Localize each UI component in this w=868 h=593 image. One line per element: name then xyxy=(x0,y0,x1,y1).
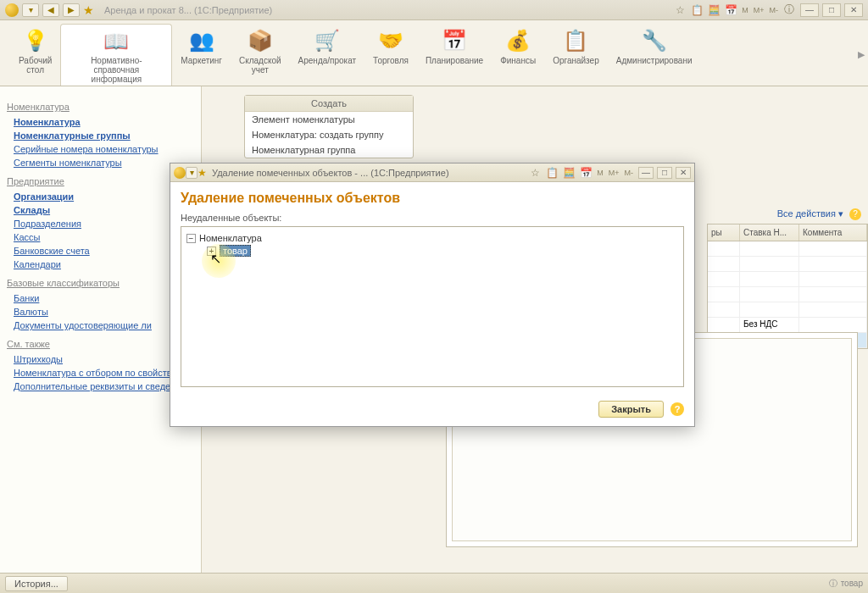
side-heading-classifiers: Базовые классификаторы xyxy=(7,278,194,288)
statusbar: История... ⓘ товар xyxy=(0,573,868,593)
dialog-memory-mplus[interactable]: M+ xyxy=(607,169,621,177)
dialog-calculator-icon[interactable]: 🧮 xyxy=(561,166,576,180)
dialog-dropdown-icon[interactable]: ▾ xyxy=(186,167,198,179)
dialog-help-icon[interactable]: ? xyxy=(670,402,684,416)
table-area: Все действия ▾ ? ры Ставка Н... Коммента… xyxy=(707,205,868,349)
sidebar-item-cashboxes[interactable]: Кассы xyxy=(7,230,194,244)
table-row[interactable] xyxy=(708,302,867,318)
tree-child-label: товар xyxy=(220,245,251,257)
all-actions-link[interactable]: Все действия xyxy=(777,208,836,219)
dialog-minimize-button[interactable]: — xyxy=(638,167,654,179)
sidebar-item-barcodes[interactable]: Штрихкоды xyxy=(7,352,194,366)
app-icon xyxy=(5,3,19,17)
dialog-heading: Удаление помеченных объектов xyxy=(181,191,684,206)
sidebar-item-serial-numbers[interactable]: Серийные номера номенклатуры xyxy=(7,142,194,156)
sidebar-item-warehouses[interactable]: Склады xyxy=(7,203,194,217)
sidebar-item-departments[interactable]: Подразделения xyxy=(7,217,194,230)
side-heading-nomenclature: Номенклатура xyxy=(7,102,194,112)
close-button[interactable]: ✕ xyxy=(844,3,863,17)
ribbon-warehouse[interactable]: 📦Складскойучет xyxy=(231,24,290,86)
favorite-icon[interactable]: ★ xyxy=(83,3,94,17)
people-icon: 👥 xyxy=(188,27,215,54)
history-button[interactable]: История... xyxy=(5,576,68,591)
clipboard-icon[interactable]: 📋 xyxy=(689,3,704,17)
table-toolbar: Все действия ▾ ? xyxy=(707,205,868,224)
dropdown-icon[interactable]: ▾ xyxy=(22,3,39,17)
ribbon-finance[interactable]: 💰Финансы xyxy=(492,24,544,86)
dialog-star-icon[interactable]: ★ xyxy=(198,167,207,179)
ribbon-planning[interactable]: 📅Планирование xyxy=(417,24,492,86)
side-heading-see-also: См. также xyxy=(7,339,194,349)
table-row[interactable] xyxy=(708,287,867,302)
dialog-calendar-icon[interactable]: 📅 xyxy=(578,166,593,180)
sidebar-item-documents[interactable]: Документы удостоверяющие ли xyxy=(7,319,194,332)
tree-root-node[interactable]: −Номенклатура xyxy=(186,232,678,244)
ribbon-admin[interactable]: 🔧Администрировани xyxy=(608,24,701,86)
tree-collapse-icon[interactable]: − xyxy=(186,234,196,243)
table-row[interactable] xyxy=(708,241,867,257)
sidebar-item-currencies[interactable]: Валюты xyxy=(7,305,194,319)
sidebar-item-nomenclature-filter[interactable]: Номенклатура с отбором по свойствам xyxy=(7,366,194,380)
sidebar-item-segments[interactable]: Сегменты номенклатуры xyxy=(7,156,194,169)
create-item-nomenclature-group[interactable]: Номенклатурная группа xyxy=(245,142,413,158)
nav-forward-button[interactable]: ▶ xyxy=(63,3,80,17)
dialog-body: Удаление помеченных объектов Неудаленные… xyxy=(170,182,694,394)
calendar-icon[interactable]: 📅 xyxy=(723,3,738,17)
nav-back-button[interactable]: ◀ xyxy=(42,3,59,17)
handshake-icon: 🤝 xyxy=(377,27,404,54)
ribbon-scroll-right[interactable]: ▶ xyxy=(854,24,868,86)
sidebar-item-additional-props[interactable]: Дополнительные реквизиты и сведения xyxy=(7,380,194,393)
sidebar-item-banks[interactable]: Банки xyxy=(7,291,194,305)
memory-mminus[interactable]: M- xyxy=(768,6,781,14)
sidebar-item-bank-accounts[interactable]: Банковские счета xyxy=(7,244,194,258)
ribbon-marketing[interactable]: 👥Маркетинг xyxy=(172,24,231,86)
sidebar-item-nomenclature[interactable]: Номенклатура xyxy=(7,115,194,129)
desktop-icon: 💡 xyxy=(22,27,49,54)
sidebar-item-calendars[interactable]: Календари xyxy=(7,258,194,271)
grid-col-0[interactable]: ры xyxy=(708,224,740,241)
table-row[interactable] xyxy=(708,272,867,287)
dialog-memory-mminus[interactable]: M- xyxy=(623,169,636,177)
sidebar-item-nomenclature-groups[interactable]: Номенклатурные группы xyxy=(7,129,194,142)
tree-expand-icon[interactable]: + xyxy=(207,247,216,256)
money-icon: 💰 xyxy=(504,27,531,54)
grid-col-2[interactable]: Коммента xyxy=(799,224,867,241)
dialog-maximize-button[interactable]: □ xyxy=(657,167,672,179)
star-tool-icon[interactable]: ☆ xyxy=(672,3,687,17)
ribbon-reference-info[interactable]: 📖Нормативно-справочнаяинформация xyxy=(60,24,172,86)
grid-col-1[interactable]: Ставка Н... xyxy=(740,224,799,241)
maximize-button[interactable]: □ xyxy=(822,3,841,17)
app-title: Аренда и прокат 8... (1С:Предприятие) xyxy=(104,5,272,15)
help-icon[interactable]: ? xyxy=(849,208,861,220)
side-heading-enterprise: Предприятие xyxy=(7,176,194,186)
create-panel-heading: Создать xyxy=(245,96,413,112)
ribbon-trade[interactable]: 🤝Торговля xyxy=(364,24,417,86)
tree-child-node[interactable]: +товар xyxy=(207,244,678,258)
dialog-titlebar[interactable]: ▾ ★ Удаление помеченных объектов - ... (… xyxy=(170,163,694,182)
info-icon[interactable]: ⓘ xyxy=(782,3,797,17)
memory-mplus[interactable]: M+ xyxy=(752,6,766,14)
calculator-icon[interactable]: 🧮 xyxy=(706,3,721,17)
minimize-button[interactable]: — xyxy=(800,3,819,17)
sidebar-item-organizations[interactable]: Организации xyxy=(7,190,194,203)
memory-m[interactable]: M xyxy=(740,6,750,14)
dialog-close-button[interactable]: ✕ xyxy=(676,167,691,179)
ribbon-organizer[interactable]: 📋Органайзер xyxy=(544,24,608,86)
close-dialog-button[interactable]: Закрыть xyxy=(598,401,664,418)
calendar-big-icon: 📅 xyxy=(441,27,468,54)
ribbon-desktop[interactable]: 💡Рабочийстол xyxy=(10,24,60,86)
table-row[interactable]: Без НДС xyxy=(708,318,867,333)
create-panel: Создать Элемент номенклатуры Номенклатур… xyxy=(244,95,414,158)
create-item-group[interactable]: Номенклатура: создать группу xyxy=(245,127,413,142)
dialog-clipboard-icon[interactable]: 📋 xyxy=(544,166,559,180)
ribbon-toolbar: 💡Рабочийстол 📖Нормативно-справочнаяинфор… xyxy=(0,20,868,86)
tools-icon: 🔧 xyxy=(641,27,668,54)
ribbon-rental[interactable]: 🛒Аренда/прокат xyxy=(290,24,365,86)
box-icon: 📦 xyxy=(247,27,274,54)
dialog-star-tool[interactable]: ☆ xyxy=(527,166,542,180)
dialog-memory-m[interactable]: M xyxy=(595,169,605,177)
undeleted-objects-tree[interactable]: −Номенклатура +товар ↖ xyxy=(181,226,684,387)
create-item-element[interactable]: Элемент номенклатуры xyxy=(245,112,413,127)
table-row[interactable] xyxy=(708,257,867,272)
delete-marked-dialog: ▾ ★ Удаление помеченных объектов - ... (… xyxy=(170,163,695,427)
